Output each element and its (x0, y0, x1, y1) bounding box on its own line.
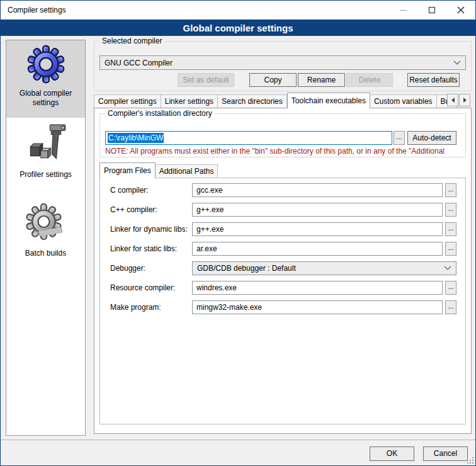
cancel-button[interactable]: Cancel (423, 446, 468, 461)
sidebar-item-batch-builds[interactable]: Batch builds (6, 201, 85, 264)
resource-compiler-browse-button[interactable]: ... (445, 281, 456, 295)
field-label: C++ compiler: (110, 205, 157, 214)
selected-path-text: C:\raylib\MinGW (108, 133, 164, 143)
close-icon (457, 6, 465, 14)
minimize-button[interactable] (388, 1, 417, 20)
static-linker-browse-button[interactable]: ... (445, 242, 456, 256)
arrow-left-icon (451, 98, 455, 103)
chevron-down-icon (453, 60, 461, 65)
tab-compiler-settings[interactable]: Compiler settings (94, 94, 161, 108)
dynamic-linker-input[interactable]: g++.exe (192, 222, 443, 236)
title-bar[interactable]: Compiler settings (1, 1, 475, 20)
field-label: C compiler: (110, 186, 149, 195)
program-files-tab-bar: Program Files Additional Paths (99, 162, 218, 178)
c-compiler-browse-button[interactable]: ... (445, 183, 456, 197)
debugger-row: Debugger: GDB/CDB debugger : Default (100, 261, 465, 275)
sidebar-item-label: Global compiler settings (6, 89, 85, 108)
delete-button[interactable]: Delete (346, 73, 393, 87)
profiler-caliper-icon (25, 121, 67, 165)
group-label: Compiler's installation directory (105, 109, 215, 118)
make-program-row: Make program: mingw32-make.exe ... (100, 300, 465, 314)
cpp-compiler-browse-button[interactable]: ... (445, 203, 456, 217)
sidebar-item-label: Batch builds (6, 249, 85, 258)
chevron-down-icon (444, 266, 451, 271)
sidebar-item-label: Profiler settings (6, 170, 85, 179)
auto-detect-button[interactable]: Auto-detect (407, 131, 456, 145)
maximize-icon (429, 7, 435, 13)
reset-defaults-button[interactable]: Reset defaults (407, 73, 460, 87)
banner-title: Global compiler settings (183, 23, 293, 33)
maximize-button[interactable] (417, 1, 446, 20)
footer-divider (1, 440, 476, 440)
resource-compiler-input[interactable]: windres.exe (192, 281, 443, 295)
dynamic-linker-browse-button[interactable]: ... (445, 222, 456, 236)
program-files-page: C compiler: gcc.exe ... C++ compiler: g+… (99, 178, 466, 424)
field-label: Debugger: (110, 264, 145, 273)
make-program-browse-button[interactable]: ... (445, 300, 456, 314)
browse-directory-button[interactable]: ... (394, 131, 405, 145)
static-linker-row: Linker for static libs: ar.exe ... (100, 242, 465, 256)
tab-scroll-left-button[interactable] (447, 94, 458, 106)
minimize-icon (400, 10, 407, 11)
dialog-banner: Global compiler settings (1, 20, 475, 36)
rename-button[interactable]: Rename (298, 73, 345, 87)
toolchain-executables-page: Compiler's installation directory C:\ray… (94, 108, 472, 434)
cpp-compiler-input[interactable]: g++.exe (192, 203, 443, 217)
tab-toolchain-executables[interactable]: Toolchain executables (287, 93, 370, 108)
compiler-settings-dialog: Compiler settings Global compiler settin… (0, 0, 476, 466)
tab-scroll-buttons (446, 94, 470, 106)
c-compiler-input[interactable]: gcc.exe (192, 183, 443, 197)
selected-compiler-group: Selected compiler GNU GCC Compiler Set a… (94, 41, 472, 91)
debugger-select-value: GDB/CDB debugger : Default (197, 264, 444, 273)
ok-button[interactable]: OK (370, 446, 414, 461)
blue-gear-icon (26, 45, 65, 84)
window-title: Compiler settings (1, 6, 66, 14)
compiler-select[interactable]: GNU GCC Compiler (99, 55, 466, 70)
tab-linker-settings[interactable]: Linker settings (161, 94, 218, 108)
resize-grip[interactable] (467, 457, 473, 463)
bin-subdirectory-note: NOTE: All programs must exist either in … (105, 147, 463, 156)
copy-button[interactable]: Copy (249, 73, 297, 87)
settings-category-list: Global compiler settings Profiler settin… (6, 40, 86, 436)
field-label: Make program: (110, 303, 161, 312)
dynamic-linker-row: Linker for dynamic libs: g++.exe ... (100, 222, 465, 236)
installation-directory-group: Compiler's installation directory C:\ray… (99, 113, 466, 157)
sidebar-item-global-compiler-settings[interactable]: Global compiler settings (6, 40, 85, 118)
c-compiler-row: C compiler: gcc.exe ... (100, 183, 465, 197)
settings-tab-bar: Compiler settings Linker settings Search… (94, 93, 472, 108)
tab-search-directories[interactable]: Search directories (218, 94, 287, 108)
make-program-input[interactable]: mingw32-make.exe (192, 300, 443, 314)
tab-program-files[interactable]: Program Files (99, 162, 156, 178)
set-as-default-button[interactable]: Set as default (178, 73, 234, 87)
installation-directory-input[interactable]: C:\raylib\MinGW (105, 131, 392, 145)
field-label: Resource compiler: (110, 283, 175, 292)
tab-scroll-right-button[interactable] (459, 94, 470, 106)
arrow-right-icon (463, 98, 467, 103)
debugger-select[interactable]: GDB/CDB debugger : Default (192, 261, 456, 275)
field-label: Linker for dynamic libs: (110, 225, 188, 234)
sidebar-item-profiler-settings[interactable]: Profiler settings (6, 120, 85, 185)
static-linker-input[interactable]: ar.exe (192, 242, 443, 256)
group-label: Selected compiler (99, 37, 164, 45)
cpp-compiler-row: C++ compiler: g++.exe ... (100, 203, 465, 217)
resource-compiler-row: Resource compiler: windres.exe ... (100, 281, 465, 295)
tab-custom-variables[interactable]: Custom variables (370, 94, 437, 108)
tab-additional-paths[interactable]: Additional Paths (156, 164, 218, 178)
window-controls (388, 1, 475, 20)
field-label: Linker for static libs: (110, 244, 177, 253)
batch-builds-gear-icon (26, 203, 66, 244)
close-button[interactable] (446, 1, 475, 20)
compiler-select-value: GNU GCC Compiler (105, 59, 453, 67)
